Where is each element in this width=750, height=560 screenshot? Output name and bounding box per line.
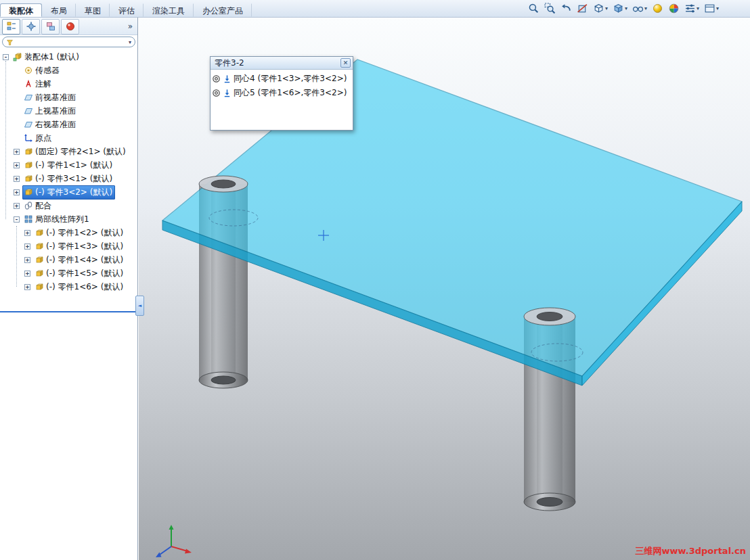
part-icon [24,147,33,156]
dropdown-caret-icon[interactable]: ▾ [716,6,719,11]
popup-title-bar[interactable]: 零件3-2 ✕ [211,57,353,70]
tree-item-part3-1[interactable]: + (-) 零件3<1> (默认) [0,172,137,185]
tree-item-part3-2-selected[interactable]: + (-) 零件3<2> (默认) [0,185,137,199]
expand-toggle[interactable]: - [14,216,20,223]
panel-tabs-overflow-chevron-icon[interactable]: » [125,22,135,31]
tree-item-local-linear-pattern1[interactable]: - 局部线性阵列1 [0,212,137,226]
feature-manager-panel: » ▾ - 装配体1 (默认) 传感器 注解 [0,18,138,560]
assembly-icon [13,52,22,62]
feature-manager-tab[interactable] [2,19,20,34]
part-icon [35,282,44,291]
mate-list-item[interactable]: 同心4 (零件1<3>,零件3<2>) [212,72,351,86]
view-settings-icon [684,3,696,14]
mate-list-item[interactable]: 同心5 (零件1<6>,零件3<2>) [212,86,351,100]
configuration-manager-tab[interactable] [41,19,60,34]
tab-evaluate[interactable]: 评估 [110,3,144,17]
panel-splitter-handle[interactable]: ◄ [135,296,144,316]
tab-sketch[interactable]: 草图 [76,3,110,17]
tree-item-front-plane[interactable]: 前视基准面 [0,91,137,104]
view-settings-button[interactable]: ▾ [683,2,701,15]
view-orientation-icon [593,3,604,14]
tree-item-label: (固定) 零件2<1> (默认) [35,146,126,158]
section-view-button[interactable] [575,2,590,15]
tree-item-label: (-) 零件1<4> (默认) [46,254,123,266]
plane-icon [24,93,33,102]
tab-office-products[interactable]: 办公室产品 [194,3,252,17]
panel-split-line[interactable] [0,311,138,312]
previous-view-button[interactable] [559,2,573,15]
expand-toggle[interactable]: + [24,230,30,236]
display-manager-icon [65,21,76,32]
apply-scene-button[interactable] [667,2,681,15]
sensors-icon [24,66,33,75]
expand-toggle[interactable]: - [3,54,9,60]
tree-item-top-plane[interactable]: 上视基准面 [0,104,137,118]
expand-toggle[interactable]: + [14,162,20,168]
expand-toggle[interactable]: + [24,257,30,263]
tree-item-part1-4[interactable]: + (-) 零件1<4> (默认) [0,253,137,266]
tree-guide-line [16,226,17,287]
previous-view-icon [560,3,572,14]
expand-toggle[interactable]: + [14,149,20,155]
tree-item-label: (-) 零件3<1> (默认) [35,173,112,185]
heads-up-toolbar: ▾ ▾ ▾ ▾ ▾ [527,0,720,17]
mate-item-label: 同心5 (零件1<6>,零件3<2>) [234,87,347,99]
expand-toggle[interactable]: + [24,284,30,290]
tree-item-mates[interactable]: + 配合 [0,199,137,212]
tree-item-part1-1[interactable]: + (-) 零件1<1> (默认) [0,158,137,172]
display-manager-tab[interactable] [61,19,79,34]
expand-toggle[interactable]: + [24,243,30,250]
tree-item-part1-2[interactable]: + (-) 零件1<2> (默认) [0,226,137,239]
tree-item-label: 上视基准面 [35,106,76,117]
property-manager-tab[interactable] [22,19,40,34]
tree-item-part1-6[interactable]: + (-) 零件1<6> (默认) [0,280,137,294]
popup-mate-list: 同心4 (零件1<3>,零件3<2>) 同心5 (零件1<6>,零件3<2>) [211,70,353,102]
tree-item-sensors[interactable]: 传感器 [0,64,137,77]
part-icon [24,160,33,170]
tree-item-part1-3[interactable]: + (-) 零件1<3> (默认) [0,239,137,253]
expand-toggle[interactable]: + [14,189,20,195]
zoom-to-fit-icon [528,3,539,14]
tree-item-label: 配合 [35,200,51,212]
leg-top-rim-left[interactable] [199,176,248,192]
solidworks-window: 装配体 布局 草图 评估 渲染工具 办公室产品 ▾ ▾ ▾ ▾ ▾ [0,0,750,560]
tree-item-label: (-) 零件1<5> (默认) [46,268,123,279]
zoom-to-area-button[interactable] [543,2,557,15]
collapse-panel-arrow-icon: ◄ [138,303,141,308]
mate-direction-icon [223,89,231,97]
configuration-manager-icon [45,21,56,32]
tree-item-part2-1[interactable]: + (固定) 零件2<1> (默认) [0,145,137,158]
tree-item-origin[interactable]: 原点 [0,131,137,145]
tree-item-right-plane[interactable]: 右视基准面 [0,118,137,131]
options-button[interactable]: ▾ [703,2,720,15]
zoom-to-area-icon [544,3,556,14]
tab-layout[interactable]: 布局 [42,3,76,17]
tree-item-assembly1[interactable]: - 装配体1 (默认) [0,50,137,64]
dropdown-caret-icon[interactable]: ▾ [625,6,627,11]
tab-render-tools[interactable]: 渲染工具 [144,3,194,17]
tree-item-annotations[interactable]: 注解 [0,77,137,91]
pattern-icon [24,214,33,224]
tree-item-label: 装配体1 (默认) [24,51,79,63]
dropdown-caret-icon[interactable]: ▾ [644,6,647,11]
dropdown-caret-icon[interactable]: ▾ [605,6,608,11]
view-orientation-button[interactable]: ▾ [592,2,609,15]
tab-assembly[interactable]: 装配体 [0,3,42,17]
tree-filter-input[interactable]: ▾ [2,37,135,47]
dropdown-caret-icon[interactable]: ▾ [697,6,699,11]
popup-close-button[interactable]: ✕ [340,58,351,68]
expand-toggle[interactable]: + [14,176,20,182]
concentric-mate-icon [212,89,221,97]
hide-show-items-button[interactable]: ▾ [631,2,648,15]
edit-appearance-button[interactable] [650,2,665,15]
tree-item-label: 原点 [35,133,51,144]
filter-dropdown-caret-icon[interactable]: ▾ [129,39,131,45]
display-style-icon [613,3,624,14]
tree-item-part1-5[interactable]: + (-) 零件1<5> (默认) [0,266,137,280]
zoom-to-fit-button[interactable] [527,2,541,15]
expand-toggle[interactable]: + [14,203,20,209]
mate-context-popup: 零件3-2 ✕ 同心4 (零件1<3>,零件3<2>) 同心5 (零件1<6>,… [210,56,353,131]
expand-toggle[interactable]: + [24,271,30,277]
leg-top-rim-right[interactable] [524,308,575,325]
display-style-button[interactable]: ▾ [611,2,629,15]
